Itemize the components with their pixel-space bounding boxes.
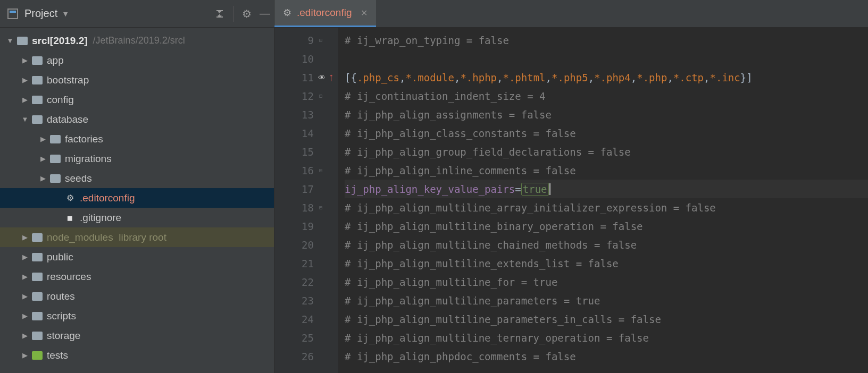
gutter-line[interactable]: 16⊟ <box>274 161 338 180</box>
tree-row[interactable]: ▼database <box>0 109 274 129</box>
tree-item-label: app <box>47 55 64 66</box>
tree-row[interactable]: ▶storage <box>0 326 274 345</box>
project-label[interactable]: Project <box>24 7 57 20</box>
expand-arrow-icon[interactable]: ▶ <box>20 273 30 281</box>
gutter-line[interactable]: 14 <box>274 124 338 142</box>
code-line[interactable]: # ij_php_align_assignments = false <box>345 105 868 124</box>
code-line[interactable]: # ij_php_align_multiline_array_initializ… <box>345 198 868 217</box>
tree-item-label: public <box>47 251 73 263</box>
expand-arrow-icon[interactable]: ▶ <box>20 292 30 300</box>
expand-arrow-icon[interactable]: ▶ <box>20 332 30 340</box>
code-line[interactable]: # ij_php_align_phpdoc_comments = false <box>345 347 868 366</box>
gutter-line[interactable]: 10 <box>274 49 338 68</box>
code-line[interactable]: # ij_php_align_multiline_for = true <box>345 273 868 291</box>
expand-arrow-icon[interactable]: ▶ <box>38 135 48 143</box>
tree-row[interactable]: ▶factories <box>0 129 274 149</box>
code-line[interactable]: # ij_php_align_group_field_declarations … <box>345 142 868 161</box>
code-line[interactable]: # ij_php_align_multiline_extends_list = … <box>345 254 868 273</box>
tree-row[interactable]: ▶bootstrap <box>0 70 274 90</box>
tree-row[interactable]: ▶resources <box>0 267 274 286</box>
code-line[interactable]: # ij_wrap_on_typing = false <box>345 31 868 49</box>
gutter-line[interactable]: 13 <box>274 105 338 124</box>
gutter-line[interactable]: 20 <box>274 235 338 254</box>
code-line[interactable]: # ij_php_align_multiline_parameters_in_c… <box>345 310 868 328</box>
expand-arrow-icon[interactable]: ▼ <box>5 37 15 45</box>
tree-row[interactable]: ▶tests <box>0 345 274 365</box>
gutter-line[interactable]: 9⊟ <box>274 31 338 49</box>
editor[interactable]: 9⊟1011👁⭡12⊟13141516⊟1718⊟192021222324252… <box>274 28 868 373</box>
expand-arrow-icon[interactable]: ▼ <box>20 115 30 123</box>
gutter-line[interactable]: 19 <box>274 217 338 235</box>
folder-icon <box>32 96 43 104</box>
close-icon[interactable]: ✕ <box>361 8 368 18</box>
caret <box>549 183 550 195</box>
gutter-line[interactable]: 15 <box>274 142 338 161</box>
tree-row[interactable]: ▶⚙.editorconfig <box>0 188 274 208</box>
tree-row[interactable]: ▶routes <box>0 286 274 306</box>
gutter-line[interactable]: 12⊟ <box>274 87 338 105</box>
gutter-line[interactable]: 11👁⭡ <box>274 68 338 87</box>
gutter-line[interactable]: 24 <box>274 310 338 328</box>
tree-item-label: database <box>47 114 88 125</box>
code-line[interactable]: # ij_php_align_multiline_chained_methods… <box>345 235 868 254</box>
gutter-line[interactable]: 18⊟ <box>274 198 338 217</box>
tree-row[interactable]: ▶node_modules library root <box>0 227 274 247</box>
fold-end-icon[interactable]: ⊟ <box>319 167 322 173</box>
tree-item-label: bootstrap <box>47 74 89 86</box>
gutter-line[interactable]: 26 <box>274 347 338 366</box>
expand-arrow-icon[interactable]: ▶ <box>20 96 30 104</box>
code-line[interactable]: # ij_php_align_multiline_parameters = tr… <box>345 291 868 310</box>
eye-icon[interactable]: 👁 <box>318 73 326 82</box>
tree-item-label: routes <box>47 291 75 302</box>
tree-row[interactable]: ▶seeds <box>0 168 274 188</box>
code-line[interactable]: # ij_php_align_class_constants = false <box>345 124 868 142</box>
tree-item-label: storage <box>47 330 80 342</box>
code-line[interactable]: ij_php_align_key_value_pairs = true <box>345 180 868 198</box>
tree-row[interactable]: ▼srcl [2019.2]/JetBrains/2019.2/srcl <box>0 31 274 50</box>
settings-icon[interactable]: ⚙ <box>238 5 256 23</box>
editor-tab-editorconfig[interactable]: ⚙ .editorconfig ✕ <box>274 0 376 27</box>
fold-end-icon[interactable]: ⊟ <box>319 37 322 43</box>
tree-row[interactable]: ▶scripts <box>0 306 274 326</box>
folder-icon <box>32 292 43 301</box>
expand-arrow-icon[interactable]: ▶ <box>20 312 30 320</box>
gutter[interactable]: 9⊟1011👁⭡12⊟13141516⊟1718⊟192021222324252… <box>274 28 338 373</box>
override-up-icon[interactable]: ⭡ <box>328 73 335 82</box>
folder-icon <box>32 273 43 281</box>
code-line[interactable] <box>345 49 868 68</box>
folder-icon <box>32 332 43 340</box>
tree-row[interactable]: ▶config <box>0 90 274 109</box>
tree-row[interactable]: ▶◆.gitignore <box>0 208 274 227</box>
folder-icon <box>50 155 61 163</box>
fold-start-icon[interactable]: ⊟ <box>319 205 322 210</box>
gutter-line[interactable]: 25 <box>274 328 338 347</box>
expand-arrow-icon[interactable]: ▶ <box>38 174 48 182</box>
project-tree[interactable]: ▼srcl [2019.2]/JetBrains/2019.2/srcl▶app… <box>0 28 274 373</box>
code-line[interactable]: # ij_php_align_multiline_ternary_operati… <box>345 328 868 347</box>
fold-start-icon[interactable]: ⊟ <box>319 93 322 99</box>
expand-arrow-icon[interactable]: ▶ <box>20 351 30 359</box>
expand-arrow-icon[interactable]: ▶ <box>20 233 30 241</box>
scroll-from-source-icon[interactable] <box>211 5 229 23</box>
code-line[interactable]: # ij_php_align_multiline_binary_operatio… <box>345 217 868 235</box>
tree-root-path: /JetBrains/2019.2/srcl <box>93 35 185 46</box>
tree-row[interactable]: ▶app <box>0 50 274 70</box>
tree-file-label: .gitignore <box>80 212 121 224</box>
minimize-icon[interactable]: — <box>256 5 274 23</box>
tree-row[interactable]: ▶migrations <box>0 149 274 168</box>
expand-arrow-icon[interactable]: ▶ <box>38 155 48 163</box>
expand-arrow-icon[interactable]: ▶ <box>20 76 30 84</box>
gutter-line[interactable]: 22 <box>274 273 338 291</box>
expand-arrow-icon[interactable]: ▶ <box>20 253 30 261</box>
chevron-down-icon[interactable]: ▼ <box>62 10 69 18</box>
expand-arrow-icon[interactable]: ▶ <box>20 56 30 64</box>
gutter-line[interactable]: 17 <box>274 180 338 198</box>
gutter-line[interactable]: 23 <box>274 291 338 310</box>
gutter-line[interactable]: 21 <box>274 254 338 273</box>
code-line[interactable]: # ij_php_align_inline_comments = false <box>345 161 868 180</box>
tree-item-label: scripts <box>47 310 76 322</box>
code-area[interactable]: # ij_wrap_on_typing = false [{.php_cs,*.… <box>338 28 868 373</box>
code-line[interactable]: # ij_continuation_indent_size = 4 <box>345 87 868 105</box>
code-line[interactable]: [{.php_cs,*.module,*.hphp,*.phtml,*.php5… <box>345 68 868 87</box>
tree-row[interactable]: ▶public <box>0 247 274 267</box>
